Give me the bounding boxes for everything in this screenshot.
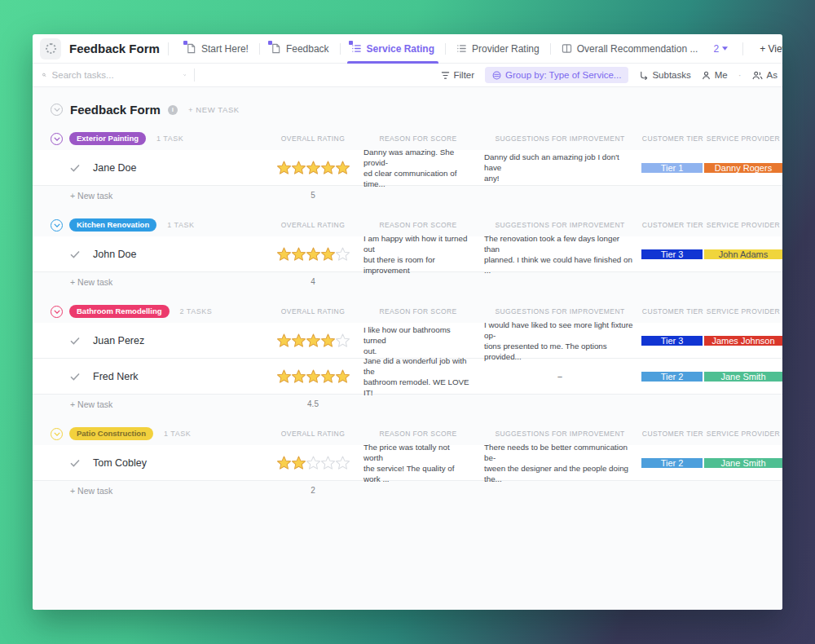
column-header-suggestions[interactable]: SUGGESTIONS FOR IMPROVEMENT	[478, 430, 641, 438]
star-empty-icon[interactable]	[306, 456, 321, 470]
column-header-customer-tier[interactable]: CUSTOMER TIER	[641, 430, 704, 438]
star-empty-icon[interactable]	[335, 456, 350, 470]
star-filled-icon[interactable]	[306, 247, 321, 262]
column-header-suggestions[interactable]: SUGGESTIONS FOR IMPROVEMENT	[478, 307, 641, 315]
star-rating[interactable]	[276, 333, 350, 348]
task-row[interactable]: John Doe I am happy with how it turned o…	[33, 236, 782, 272]
tab-provider-rating[interactable]: Provider Rating	[447, 34, 548, 63]
column-header-customer-tier[interactable]: CUSTOMER TIER	[641, 221, 704, 229]
column-header-suggestions[interactable]: SUGGESTIONS FOR IMPROVEMENT	[478, 135, 641, 143]
star-rating[interactable]	[276, 161, 350, 175]
customer-tier-cell[interactable]: Tier 2	[641, 458, 703, 468]
column-header-suggestions[interactable]: SUGGESTIONS FOR IMPROVEMENT	[478, 221, 641, 229]
reason-for-score-cell[interactable]: Danny was amazing. She provid- ed clear …	[358, 147, 478, 189]
chevron-down-icon[interactable]	[183, 73, 186, 77]
service-provider-cell[interactable]: John Adams	[704, 249, 782, 259]
star-filled-icon[interactable]	[291, 247, 306, 262]
task-name[interactable]: John Doe	[93, 249, 137, 260]
task-row[interactable]: Tom Cobley The price was totally not wor…	[33, 445, 782, 481]
column-header-service-provider[interactable]: SERVICE PROVIDER	[704, 307, 782, 315]
reason-for-score-cell[interactable]: Jane did a wonderful job with the bathro…	[358, 355, 478, 398]
new-task-header-button[interactable]: + NEW TASK	[188, 105, 240, 114]
star-filled-icon[interactable]	[306, 369, 321, 384]
star-filled-icon[interactable]	[335, 369, 350, 384]
collapse-group-icon[interactable]	[51, 306, 63, 318]
task-complete-icon[interactable]	[70, 250, 80, 258]
star-empty-icon[interactable]	[320, 456, 336, 470]
views-count-dropdown[interactable]: 2	[707, 43, 734, 55]
suggestions-cell[interactable]: Danny did such an amazing job I don't ha…	[478, 152, 641, 183]
reason-for-score-cell[interactable]: I like how our bathrooms turned out.	[358, 324, 478, 356]
star-filled-icon[interactable]	[320, 161, 336, 175]
subtasks-button[interactable]: Subtasks	[639, 70, 690, 80]
info-icon[interactable]: i	[168, 105, 178, 115]
collapse-section-icon[interactable]	[51, 104, 63, 116]
suggestions-cell[interactable]: There needs to be better communication b…	[478, 442, 641, 484]
tab-overall-recommendation[interactable]: Overall Recommendation ...	[553, 34, 707, 63]
column-header-service-provider[interactable]: SERVICE PROVIDER	[704, 221, 782, 229]
tab-feedback[interactable]: Feedback	[262, 34, 338, 63]
column-header-overall-rating[interactable]: OVERALL RATING	[268, 307, 358, 315]
tab-service-rating[interactable]: Service Rating	[342, 34, 443, 63]
column-header-overall-rating[interactable]: OVERALL RATING	[268, 221, 358, 229]
group-status-pill[interactable]: Exterior Painting	[69, 132, 146, 146]
column-header-reason[interactable]: REASON FOR SCORE	[358, 135, 478, 143]
star-filled-icon[interactable]	[320, 247, 336, 262]
new-task-button[interactable]: + New task	[33, 486, 112, 496]
suggestions-cell[interactable]: I would have liked to see more light fix…	[478, 320, 641, 362]
column-header-overall-rating[interactable]: OVERALL RATING	[268, 135, 358, 143]
star-rating[interactable]	[276, 247, 350, 262]
star-filled-icon[interactable]	[291, 333, 306, 348]
task-complete-icon[interactable]	[70, 373, 80, 381]
task-name[interactable]: Fred Nerk	[93, 371, 139, 382]
star-filled-icon[interactable]	[276, 247, 292, 262]
tab-start-here[interactable]: Start Here!	[177, 34, 258, 63]
collapse-group-icon[interactable]	[51, 133, 63, 145]
reason-for-score-cell[interactable]: The price was totally not worth the serv…	[358, 442, 478, 484]
star-filled-icon[interactable]	[291, 161, 306, 175]
collapse-group-icon[interactable]	[51, 219, 63, 232]
star-empty-icon[interactable]	[335, 247, 350, 262]
reason-for-score-cell[interactable]: I am happy with how it turned out but th…	[358, 233, 478, 276]
column-header-customer-tier[interactable]: CUSTOMER TIER	[641, 307, 704, 315]
star-filled-icon[interactable]	[306, 333, 321, 348]
task-row[interactable]: Jane Doe Danny was amazing. She provid- …	[33, 150, 782, 186]
new-task-button[interactable]: + New task	[33, 277, 112, 287]
column-header-reason[interactable]: REASON FOR SCORE	[358, 221, 478, 229]
star-filled-icon[interactable]	[291, 456, 306, 470]
me-filter-button[interactable]: Me	[702, 70, 728, 80]
group-by-button[interactable]: Group by: Type of Service...	[485, 67, 628, 83]
new-task-button[interactable]: + New task	[33, 191, 112, 201]
star-filled-icon[interactable]	[276, 333, 292, 348]
collapse-group-icon[interactable]	[51, 428, 63, 440]
group-status-pill[interactable]: Bathroom Remodelling	[69, 305, 170, 319]
customer-tier-cell[interactable]: Tier 3	[641, 249, 703, 259]
service-provider-cell[interactable]: James Johnson	[704, 336, 782, 346]
suggestions-cell[interactable]: The renovation took a few days longer th…	[478, 233, 641, 276]
column-header-overall-rating[interactable]: OVERALL RATING	[268, 430, 358, 438]
filter-button[interactable]: Filter	[441, 70, 475, 80]
task-name[interactable]: Juan Perez	[93, 335, 144, 346]
task-name[interactable]: Jane Doe	[93, 162, 137, 174]
suggestions-cell[interactable]: –	[478, 371, 641, 382]
list-color-button[interactable]	[40, 38, 61, 60]
task-row[interactable]: Juan Perez I like how our bathrooms turn…	[33, 323, 782, 359]
column-header-service-provider[interactable]: SERVICE PROVIDER	[704, 430, 782, 438]
customer-tier-cell[interactable]: Tier 2	[641, 372, 703, 382]
task-complete-icon[interactable]	[70, 459, 80, 467]
star-filled-icon[interactable]	[276, 456, 292, 470]
add-view-button[interactable]: + View	[751, 43, 782, 55]
star-rating[interactable]	[276, 369, 350, 384]
star-filled-icon[interactable]	[320, 333, 336, 348]
service-provider-cell[interactable]: Jane Smith	[704, 372, 782, 382]
star-filled-icon[interactable]	[320, 369, 336, 384]
service-provider-cell[interactable]: Jane Smith	[704, 458, 782, 468]
customer-tier-cell[interactable]: Tier 3	[641, 336, 703, 346]
task-row[interactable]: Fred Nerk Jane did a wonderful job with …	[33, 359, 782, 395]
assignees-button[interactable]: As	[752, 70, 778, 80]
group-status-pill[interactable]: Patio Construction	[69, 427, 153, 441]
column-header-customer-tier[interactable]: CUSTOMER TIER	[641, 135, 704, 143]
star-rating[interactable]	[276, 456, 350, 470]
column-header-reason[interactable]: REASON FOR SCORE	[358, 430, 478, 438]
service-provider-cell[interactable]: Danny Rogers	[704, 163, 782, 173]
